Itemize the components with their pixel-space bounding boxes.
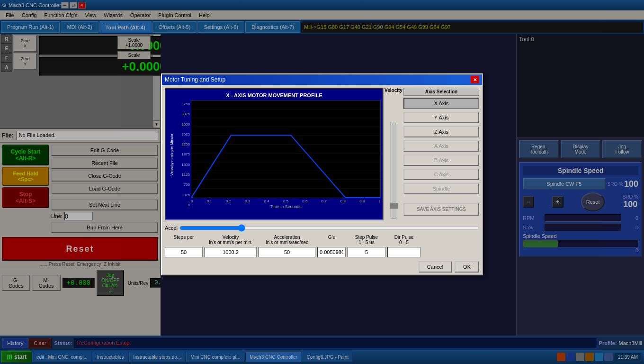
g-input[interactable] [317, 247, 346, 257]
x-label-2: 0.2 [226, 199, 231, 203]
acceleration-input[interactable] [259, 247, 315, 257]
dir-pulse-input[interactable] [387, 247, 420, 257]
velocity-input[interactable] [205, 247, 257, 257]
g-header: G's [317, 235, 346, 245]
cancel-button[interactable]: Cancel [419, 261, 452, 273]
y-axis-button[interactable]: Y Axis [403, 112, 479, 123]
steps-header: Steps per [165, 235, 203, 245]
steps-input[interactable] [165, 247, 203, 257]
dialog-close-button[interactable]: ✕ [471, 76, 479, 83]
param-headers: Steps per Velocity In's or mm's per min.… [165, 235, 479, 245]
a-axis-button[interactable]: A Axis [403, 140, 479, 152]
y-label-5: 1875 [177, 152, 190, 156]
param-inputs [165, 247, 479, 257]
step-pulse-input[interactable] [348, 247, 385, 257]
spindle-axis-button[interactable]: Spindle [403, 183, 479, 194]
x-label-0: 0 [191, 199, 193, 203]
x-label-8: 0.8 [340, 199, 346, 203]
x-label-7: 0.7 [322, 199, 327, 203]
graph-area: X - AXIS MOTOR MOVEMENT PROFILE Velocity… [165, 88, 384, 220]
save-axis-button[interactable]: SAVE AXIS SETTINGS [403, 203, 479, 216]
dir-pulse-header: Dir Pulse 0 - 5 [387, 235, 420, 245]
dialog-body: X - AXIS MOTOR MOVEMENT PROFILE Velocity… [162, 85, 482, 223]
axis-controls: Axis Selection X Axis Y Axis Z Axis A Ax… [403, 88, 479, 220]
x-label-10: 1 [378, 199, 380, 203]
accel-header: Acceleration In's or mm's/sec/sec [259, 235, 315, 245]
x-label-9: 0.9 [359, 199, 365, 203]
y-label-3: 2625 [177, 132, 190, 136]
velocity-track[interactable] [391, 124, 396, 218]
accel-row: Accel [162, 223, 482, 233]
accel-label: Accel [165, 225, 178, 231]
dialog-title-text: Motor Tuning and Setup [165, 76, 225, 83]
velocity-sidebar-label: Velocity [385, 88, 402, 93]
y-label-10: 0 [177, 203, 190, 207]
c-axis-button[interactable]: C Axis [403, 169, 479, 180]
movement-graph [191, 100, 381, 198]
y-label-7: 1125 [177, 173, 190, 177]
accel-slider[interactable] [179, 224, 479, 232]
x-label-6: 0.6 [302, 199, 307, 203]
velocity-sidebar: Velocity [386, 88, 401, 220]
x-label-1: 0.1 [207, 199, 212, 203]
y-label-2: 3000 [177, 122, 190, 127]
x-label-4: 0.4 [264, 199, 269, 203]
y-label-8: 750 [177, 182, 190, 187]
dialog-buttons: Cancel OK [162, 259, 482, 274]
x-axis-button[interactable]: X Axis [403, 98, 479, 109]
z-axis-button[interactable]: Z Axis [403, 126, 479, 137]
y-axis-title: Velocity mm's per Minute [168, 132, 176, 178]
step-pulse-header: Step Pulse 1 - 5 us [348, 235, 385, 245]
x-axis-title: Time in Seconds [191, 204, 381, 209]
ok-button[interactable]: OK [455, 261, 479, 273]
y-label-4: 2250 [177, 142, 190, 146]
x-label-3: 0.3 [245, 199, 250, 203]
dialog-params: Steps per Velocity In's or mm's per min.… [162, 233, 482, 259]
y-label-6: 1500 [177, 163, 190, 167]
graph-title: X - AXIS MOTOR MOVEMENT PROFILE [168, 91, 381, 100]
y-label-9: 375 [177, 193, 190, 197]
b-axis-button[interactable]: B Axis [403, 155, 479, 166]
velocity-thumb[interactable] [390, 203, 398, 209]
y-label-1: 3375 [177, 112, 190, 116]
axis-selection-label: Axis Selection [403, 88, 479, 96]
x-label-5: 0.5 [283, 199, 288, 203]
motor-tuning-dialog: Motor Tuning and Setup ✕ X - AXIS MOTOR … [161, 73, 483, 275]
vel-header: Velocity In's or mm's per min. [205, 235, 257, 245]
y-label-0: 3750 [177, 102, 190, 106]
dialog-title: Motor Tuning and Setup ✕ [162, 74, 482, 85]
